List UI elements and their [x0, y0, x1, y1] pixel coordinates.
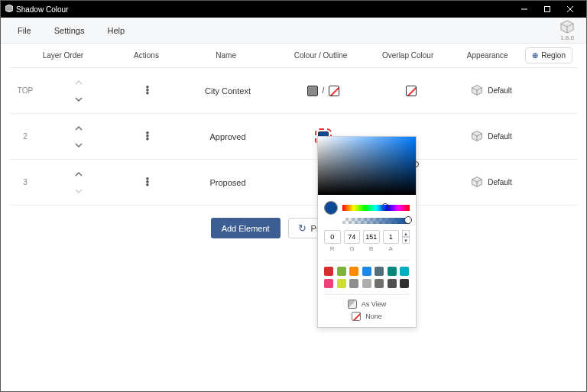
table-row: 3●●●ProposedDefault	[10, 160, 577, 206]
appearance-label[interactable]: Default	[488, 132, 512, 141]
none-swatch-icon	[352, 312, 361, 321]
row-index: 3	[10, 178, 41, 186]
window-title: Shadow Colour	[16, 5, 68, 14]
window-close-button[interactable]	[559, 1, 582, 18]
b-label: B	[369, 245, 373, 252]
svg-rect-2	[545, 7, 550, 12]
preset-swatch[interactable]	[349, 279, 358, 288]
row-index: TOP	[10, 86, 41, 95]
window-maximize-button[interactable]	[536, 1, 559, 18]
menu-settings[interactable]: Settings	[50, 23, 89, 38]
app-version: 1.8.0	[560, 34, 574, 41]
header-layer-order: Layer Order	[10, 51, 116, 60]
preset-swatch[interactable]	[388, 267, 397, 276]
none-option[interactable]: None	[352, 312, 382, 321]
plus-circle-icon: ⊕	[532, 51, 538, 60]
menu-help[interactable]: Help	[102, 23, 129, 38]
preset-swatch[interactable]	[400, 267, 409, 276]
none-label: None	[365, 313, 382, 320]
sv-thumb[interactable]	[413, 161, 419, 167]
preset-swatch[interactable]	[362, 279, 371, 288]
header-name: Name	[177, 51, 275, 60]
appearance-label[interactable]: Default	[488, 86, 512, 95]
color-preview-circle	[324, 201, 338, 215]
add-region-button[interactable]: ⊕ Region	[525, 47, 572, 63]
row-name: Approved	[178, 132, 277, 141]
region-button-label: Region	[541, 51, 566, 60]
preset-swatch[interactable]	[375, 267, 384, 276]
cube-icon	[471, 84, 483, 98]
hue-slider[interactable]	[342, 205, 410, 211]
menu-file[interactable]: File	[13, 23, 36, 38]
move-up-button[interactable]	[71, 169, 86, 180]
r-input[interactable]	[324, 230, 341, 244]
move-up-button	[71, 77, 86, 88]
cube-icon	[471, 130, 483, 144]
color-picker-popover: R G B A ▲ ▼ As View	[317, 136, 417, 328]
preset-swatch[interactable]	[324, 267, 333, 276]
preset-swatch[interactable]	[400, 279, 409, 288]
app-logo: 1.8.0	[560, 20, 574, 41]
table-row: 2●●●ApprovedDefault	[10, 114, 577, 160]
as-view-label: As View	[362, 300, 386, 308]
a-label: A	[389, 245, 393, 252]
as-view-swatch-icon	[348, 300, 357, 309]
colour-separator: /	[323, 86, 325, 95]
cube-icon	[560, 20, 574, 36]
row-actions-menu[interactable]: ●●●	[146, 177, 150, 186]
alpha-thumb[interactable]	[404, 216, 412, 224]
preset-swatch[interactable]	[337, 267, 346, 276]
preset-swatch[interactable]	[337, 279, 346, 288]
svg-marker-0	[5, 5, 13, 12]
b-input[interactable]	[363, 230, 380, 244]
move-down-button[interactable]	[71, 140, 86, 151]
outline-swatch-none[interactable]	[329, 86, 339, 96]
spinner-up[interactable]: ▲	[402, 230, 410, 237]
menubar: File Settings Help 1.8.0	[1, 18, 586, 44]
add-element-button[interactable]: Add Element	[211, 218, 281, 238]
a-input[interactable]	[383, 230, 400, 244]
header-colour-outline: Colour / Outline	[275, 51, 366, 60]
header-appearance: Appearance	[449, 51, 525, 60]
row-actions-menu[interactable]: ●●●	[146, 86, 150, 95]
move-up-button[interactable]	[71, 123, 86, 134]
header-overlap-colour: Overlap Colour	[366, 51, 449, 60]
move-down-button	[71, 186, 86, 196]
overlap-swatch-none[interactable]	[406, 86, 417, 96]
saturation-value-area[interactable]	[318, 137, 416, 195]
row-name: Proposed	[178, 178, 277, 187]
app-icon	[5, 5, 13, 14]
appearance-label[interactable]: Default	[488, 178, 512, 186]
titlebar: Shadow Colour	[1, 1, 586, 18]
as-view-option[interactable]: As View	[348, 300, 386, 309]
row-name: City Context	[178, 86, 277, 96]
bottom-actions: Add Element ↻ Preview Image	[10, 218, 577, 238]
window-minimize-button[interactable]	[513, 1, 536, 18]
g-input[interactable]	[344, 230, 361, 244]
r-label: R	[330, 245, 335, 252]
hue-thumb[interactable]	[381, 203, 389, 211]
cube-icon	[471, 176, 483, 190]
g-label: G	[349, 245, 354, 252]
preset-swatch[interactable]	[324, 279, 333, 288]
table-row: TOP●●●City Context/Default	[10, 68, 577, 114]
row-actions-menu[interactable]: ●●●	[146, 131, 150, 141]
header-actions: Actions	[116, 51, 177, 60]
move-down-button[interactable]	[71, 94, 86, 105]
colour-swatch[interactable]	[307, 86, 318, 96]
spinner-down[interactable]: ▼	[402, 237, 410, 244]
row-index: 2	[10, 132, 41, 141]
preset-swatch-grid	[324, 260, 410, 288]
preset-swatch[interactable]	[388, 279, 397, 288]
preset-swatch[interactable]	[375, 279, 384, 288]
table-header: Layer Order Actions Name Colour / Outlin…	[10, 44, 577, 68]
preset-swatch[interactable]	[362, 267, 371, 276]
preset-swatch[interactable]	[349, 267, 358, 276]
content-area: Layer Order Actions Name Colour / Outlin…	[1, 44, 586, 238]
alpha-slider[interactable]	[342, 218, 410, 224]
refresh-icon: ↻	[298, 222, 306, 234]
